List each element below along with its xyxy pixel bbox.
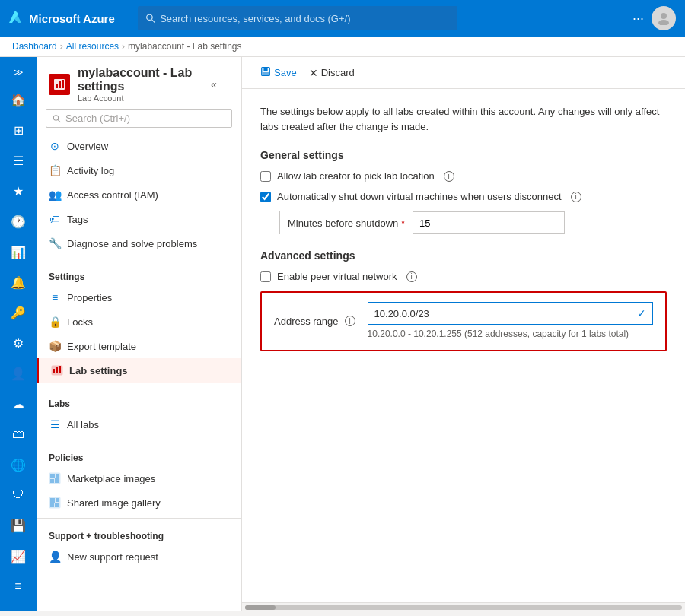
new-support-icon: 👤 (49, 551, 61, 563)
address-range-input-display[interactable]: 10.20.0.0/23 ✓ (368, 302, 653, 325)
diagnose-icon: 🔧 (49, 237, 61, 249)
topbar-more-button[interactable]: ··· (632, 11, 644, 27)
sidebar-item-all-labs[interactable]: ☰ All labs (37, 412, 241, 437)
svg-rect-13 (53, 369, 55, 373)
allow-lab-location-row: Allow lab creator to pick lab location i (260, 170, 667, 182)
auto-shutdown-label[interactable]: Automatically shut down virtual machines… (260, 191, 581, 202)
icon-bar-list[interactable]: ☰ (0, 145, 37, 176)
expand-button[interactable]: ≫ (0, 60, 37, 84)
icon-bar-cloud[interactable]: ☁ (0, 389, 37, 419)
address-range-label: Address range i (274, 316, 355, 327)
address-range-box: Address range i 10.20.0.0/23 ✓ 10.20.0.0… (260, 291, 667, 351)
icon-bar-database[interactable]: 🗃 (0, 419, 37, 449)
scrollbar[interactable] (242, 602, 685, 611)
general-settings-title: General settings (260, 149, 667, 161)
peer-vnet-info-icon[interactable]: i (406, 271, 417, 282)
minutes-before-shutdown-input[interactable] (413, 211, 565, 234)
icon-bar-key[interactable]: 🔑 (0, 297, 37, 328)
allow-lab-location-checkbox[interactable] (260, 171, 271, 182)
sidebar-item-access-control[interactable]: 👥 Access control (IAM) (37, 183, 241, 207)
auto-shutdown-checkbox[interactable] (260, 192, 271, 202)
icon-bar-dashboard[interactable]: ⊞ (0, 115, 37, 145)
scrollbar-thumb[interactable] (245, 605, 276, 610)
allow-lab-location-info-icon[interactable]: i (444, 171, 454, 182)
sidebar-item-diagnose[interactable]: 🔧 Diagnose and solve problems (37, 231, 241, 256)
tags-icon: 🏷 (49, 213, 61, 225)
icon-bar-recent[interactable]: 🕐 (0, 206, 37, 237)
icon-bar-monitor[interactable]: 📊 (0, 237, 37, 267)
activity-log-icon: 📋 (49, 164, 61, 176)
settings-section-header: Settings (37, 262, 241, 285)
icon-bar-security[interactable]: 🛡 (0, 480, 37, 510)
minutes-before-shutdown-label: Minutes before shutdown * (288, 218, 405, 229)
sidebar-collapse-button[interactable]: « (205, 75, 223, 94)
svg-rect-27 (263, 68, 267, 71)
address-range-value: 10.20.0.0/23 (374, 308, 429, 319)
svg-rect-25 (55, 503, 59, 507)
svg-rect-24 (50, 503, 54, 507)
svg-rect-14 (56, 367, 58, 373)
svg-rect-19 (50, 479, 54, 483)
svg-point-5 (658, 20, 669, 25)
save-button[interactable]: Save (260, 63, 297, 82)
breadcrumb-all-resources[interactable]: All resources (66, 41, 119, 52)
sidebar-item-marketplace-images[interactable]: Marketplace images (37, 466, 241, 491)
main-layout: ≫ 🏠 ⊞ ☰ ★ 🕐 📊 🔔 🔑 ⚙ 👤 ☁ 🗃 🌐 🛡 💾 📈 ≡ (0, 57, 685, 611)
search-input[interactable] (160, 13, 450, 24)
content-description: The settings below apply to all labs cre… (260, 104, 667, 134)
save-icon (260, 66, 271, 79)
auto-shutdown-info-icon[interactable]: i (571, 192, 581, 202)
topbar-right: ··· (632, 6, 676, 30)
required-star: * (401, 218, 405, 229)
allow-lab-location-label[interactable]: Allow lab creator to pick lab location i (260, 170, 454, 182)
svg-line-11 (58, 119, 60, 122)
sidebar-search-input[interactable] (65, 113, 225, 124)
icon-bar-alert[interactable]: 🔔 (0, 267, 37, 297)
svg-rect-20 (55, 478, 59, 483)
svg-rect-22 (50, 498, 55, 503)
sidebar-item-lab-settings[interactable]: Lab settings (37, 358, 241, 383)
advanced-settings-section: Advanced settings Enable peer virtual ne… (260, 249, 667, 351)
icon-bar-home[interactable]: 🏠 (0, 84, 37, 115)
icon-bar-network[interactable]: 🌐 (0, 449, 37, 480)
sidebar-item-activity-log[interactable]: 📋 Activity log (37, 158, 241, 183)
icon-bar-user[interactable]: 👤 (0, 358, 37, 389)
peer-vnet-checkbox[interactable] (260, 271, 271, 282)
sidebar-item-shared-image-gallery[interactable]: Shared image gallery (37, 491, 241, 515)
breadcrumb-dashboard[interactable]: Dashboard (12, 41, 57, 52)
address-range-info-icon[interactable]: i (345, 316, 355, 326)
shared-image-gallery-icon (49, 497, 61, 509)
avatar[interactable] (652, 6, 676, 30)
topbar: Microsoft Azure ··· (0, 0, 685, 37)
peer-vnet-label[interactable]: Enable peer virtual network i (260, 271, 417, 282)
properties-icon: ≡ (49, 291, 61, 303)
svg-point-2 (146, 14, 151, 20)
icon-bar-storage[interactable]: 💾 (0, 510, 37, 541)
sidebar-item-tags[interactable]: 🏷 Tags (37, 207, 241, 231)
search-bar[interactable] (138, 6, 457, 30)
sidebar-item-new-support[interactable]: 👤 New support request (37, 545, 241, 569)
lab-settings-icon (51, 364, 63, 376)
discard-button[interactable]: ✕ Discard (309, 64, 355, 82)
icon-bar-settings[interactable]: ⚙ (0, 328, 37, 358)
sidebar-search[interactable] (46, 109, 232, 128)
content-area: Save ✕ Discard The settings below apply … (242, 57, 685, 611)
overview-icon: ⊙ (49, 140, 61, 152)
sidebar: mylabaccount - Lab settings Lab Account … (37, 57, 242, 611)
sidebar-item-export-template[interactable]: 📦 Export template (37, 334, 241, 358)
icon-bar-more[interactable]: ≡ (0, 571, 37, 602)
content-body: The settings below apply to all labs cre… (242, 89, 685, 602)
sidebar-item-overview[interactable]: ⊙ Overview (37, 134, 241, 158)
svg-rect-23 (56, 498, 59, 502)
svg-point-10 (53, 115, 58, 119)
icon-bar-analytics[interactable]: 📈 (0, 541, 37, 571)
access-control-icon: 👥 (49, 189, 61, 201)
marketplace-images-icon (49, 472, 61, 484)
icon-bar-favorites[interactable]: ★ (0, 176, 37, 206)
avatar-icon (657, 11, 671, 25)
azure-logo-icon (9, 11, 24, 26)
sidebar-item-properties[interactable]: ≡ Properties (37, 285, 241, 310)
svg-line-3 (151, 20, 155, 23)
sidebar-item-locks[interactable]: 🔒 Locks (37, 310, 241, 334)
breadcrumb-current: mylabaccount - Lab settings (128, 41, 241, 52)
